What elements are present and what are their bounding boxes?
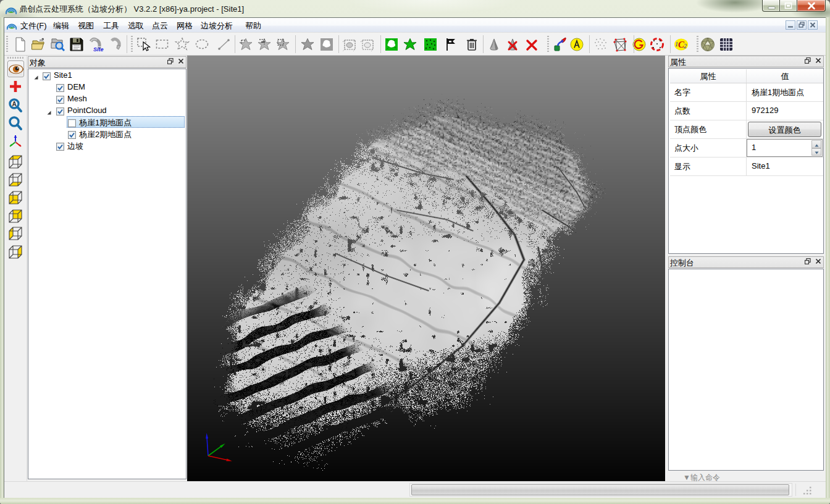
svg-text:Site: Site	[93, 46, 104, 52]
svg-text:A: A	[12, 101, 17, 107]
svg-text:2: 2	[684, 43, 687, 49]
